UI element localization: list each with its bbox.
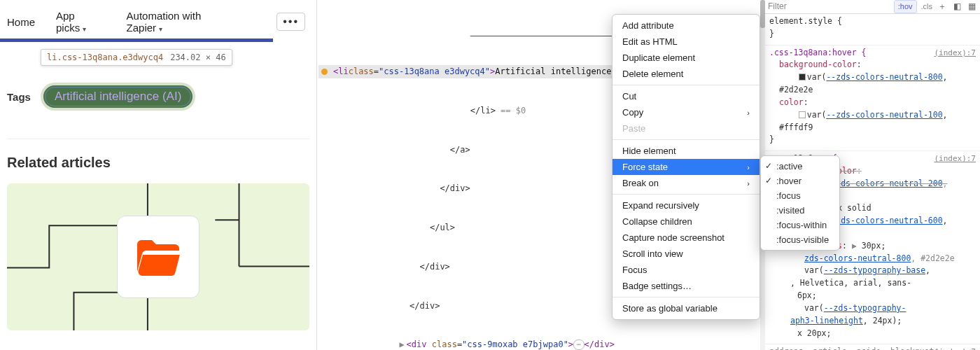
ctx-delete-element[interactable]: Delete element [612,66,760,82]
new-rule-icon[interactable]: ＋ [937,0,948,13]
ctx-store-global[interactable]: Store as global variable [612,300,760,316]
force-state-submenu[interactable]: ✓:active ✓:hover :focus :visited :focus-… [760,155,840,251]
divider [7,139,309,139]
ctx-collapse-children[interactable]: Collapse children [612,214,760,230]
hov-toggle[interactable]: :hov [894,0,917,13]
chevron-right-icon: › [747,179,750,188]
check-icon: ✓ [765,176,772,186]
cls-toggle[interactable]: .cls [921,1,933,13]
related-article-card[interactable] [7,183,309,330]
sub-hover[interactable]: ✓:hover [761,174,839,188]
style-rule[interactable]: (index):7 .css-13q8ana:hover { backgroun… [765,46,980,152]
ctx-badge-settings[interactable]: Badge settings… [612,278,760,294]
source-link[interactable]: (index):7 [934,47,976,59]
ctx-capture-screenshot[interactable]: Capture node screenshot [612,230,760,246]
sub-visited[interactable]: :visited [761,203,839,218]
menu-separator [612,194,760,195]
style-rule[interactable]: element.style { } [765,14,980,46]
source-link[interactable]: (index):7 [934,346,976,350]
website-pane: Home App picks▾ Automation with Zapier▾ … [0,0,317,350]
folder-open-icon [133,232,183,282]
ctx-expand-recursively[interactable]: Expand recursively [612,197,760,214]
sub-focus-visible[interactable]: :focus-visible [761,232,839,247]
disclosure-triangle-icon[interactable]: ▶ [400,338,407,350]
sub-focus-within[interactable]: :focus-within [761,218,839,232]
ctx-focus[interactable]: Focus [612,262,760,278]
folder-icon-tile [117,216,200,298]
ctx-scroll-into-view[interactable]: Scroll into view [612,246,760,262]
site-nav: Home App picks▾ Automation with Zapier▾ … [0,0,316,43]
tags-row: Tags Artificial intelligence (AI) [7,85,309,108]
color-swatch-icon[interactable] [799,111,806,118]
breakpoint-dot-icon [321,69,328,75]
chevron-right-icon: › [747,108,750,117]
chevron-down-icon: ▾ [83,25,86,33]
check-icon: ✓ [765,161,772,171]
ctx-edit-as-html[interactable]: Edit as HTML [612,34,760,50]
nav-app-picks[interactable]: App picks▾ [56,10,106,34]
reading-progress-bar [0,38,273,42]
layout-icon[interactable]: ▦ [967,0,977,13]
sub-focus[interactable]: :focus [761,188,839,203]
computed-icon[interactable]: ◧ [952,0,962,13]
filter-input[interactable]: Filter [768,0,787,13]
ellipsis-icon[interactable]: ⋯ [573,340,584,350]
ctx-cut[interactable]: Cut [612,88,760,104]
element-inspector-tooltip: li.css-13q8ana.e3dwycq4234.02 × 46 [41,49,232,66]
ctx-duplicate-element[interactable]: Duplicate element [612,50,760,66]
chevron-right-icon: › [747,163,750,172]
menu-separator [612,85,760,85]
ctx-add-attribute[interactable]: Add attribute [612,18,760,34]
style-rule[interactable]: (index):7 address, article, aside, block… [765,344,980,350]
ctx-paste: Paste [612,120,760,136]
related-articles-heading: Related articles [7,155,309,171]
menu-separator [612,297,760,298]
sub-active[interactable]: ✓:active [761,159,839,174]
color-swatch-icon[interactable] [799,74,806,80]
nav-automation[interactable]: Automation with Zapier▾ [127,10,235,34]
tags-label: Tags [7,91,31,103]
ctx-force-state[interactable]: Force state› [612,159,760,175]
menu-separator [612,139,760,140]
styles-toolbar: Filter :hov .cls ＋ ◧ ▦ [765,0,980,14]
ctx-break-on[interactable]: Break on› [612,175,760,191]
ctx-copy[interactable]: Copy› [612,104,760,120]
source-link[interactable]: (index):7 [934,153,976,164]
nav-home[interactable]: Home [7,16,35,28]
ctx-hide-element[interactable]: Hide element [612,143,760,159]
more-menu-button[interactable]: ••• [276,13,305,31]
scrollbar-thumb[interactable] [760,0,765,28]
chevron-down-icon: ▾ [159,25,162,33]
context-menu[interactable]: Add attribute Edit as HTML Duplicate ele… [612,14,760,320]
tag-ai[interactable]: Artificial intelligence (AI) [43,85,192,108]
